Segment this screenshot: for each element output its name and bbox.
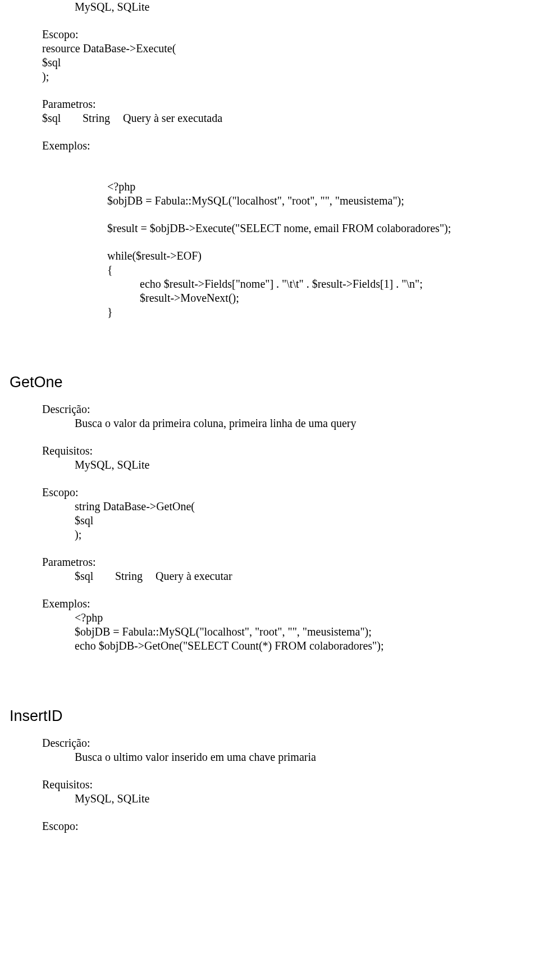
execute-param-row: $sql String Query à ser executada <box>42 111 497 125</box>
getone-descricao-label: Descrição: <box>42 402 497 416</box>
getone-escopo-line2: $sql <box>75 514 497 528</box>
getone-code-line: echo $objDB->GetOne("SELECT Count(*) FRO… <box>75 639 497 653</box>
execute-code-line: { <box>107 263 497 277</box>
execute-escopo-line1: resource DataBase->Execute( <box>42 42 497 56</box>
execute-requisitos-value: MySQL, SQLite <box>75 0 497 14</box>
execute-param-name: $sql <box>42 111 83 125</box>
getone-param-row: $sql String Query à executar <box>75 569 497 583</box>
execute-param-desc: Query à ser executada <box>123 111 497 125</box>
insertid-requisitos-value: MySQL, SQLite <box>75 792 497 806</box>
getone-code-line: <?php <box>75 611 497 625</box>
execute-escopo-label: Escopo: <box>42 28 497 42</box>
getone-param-desc: Query à executar <box>156 569 497 583</box>
getone-descricao-value: Busca o valor da primeira coluna, primei… <box>75 416 497 430</box>
insertid-descricao-value: Busca o ultimo valor inserido em uma cha… <box>75 750 497 764</box>
execute-code-line: $result->MoveNext(); <box>140 291 497 305</box>
section-heading-insertid: InsertID <box>10 707 497 726</box>
execute-code-line: while($result->EOF) <box>107 249 497 263</box>
execute-escopo-line2: $sql <box>42 56 497 70</box>
execute-param-type: String <box>83 111 123 125</box>
execute-code-line: $result = $objDB->Execute("SELECT nome, … <box>107 221 497 235</box>
getone-exemplos-label: Exemplos: <box>42 597 497 611</box>
execute-parametros-label: Parametros: <box>42 97 497 111</box>
execute-code-line: } <box>107 305 497 319</box>
execute-escopo-line3: ); <box>42 70 497 84</box>
insertid-descricao-label: Descrição: <box>42 736 497 750</box>
insertid-requisitos-label: Requisitos: <box>42 778 497 792</box>
getone-requisitos-value: MySQL, SQLite <box>75 458 497 472</box>
getone-code-line: $objDB = Fabula::MySQL("localhost", "roo… <box>75 625 497 639</box>
getone-escopo-label: Escopo: <box>42 486 497 500</box>
page: MySQL, SQLite Escopo: resource DataBase-… <box>0 0 539 856</box>
insertid-escopo-label: Escopo: <box>42 819 497 833</box>
getone-escopo-line1: string DataBase->GetOne( <box>75 500 497 514</box>
getone-parametros-label: Parametros: <box>42 555 497 569</box>
getone-escopo-line3: ); <box>75 528 497 542</box>
execute-exemplos-label: Exemplos: <box>42 139 497 153</box>
section-heading-getone: GetOne <box>10 373 497 392</box>
getone-param-name: $sql <box>75 569 115 583</box>
execute-code-line: echo $result->Fields["nome"] . "\t\t" . … <box>140 277 497 291</box>
execute-code-line: $objDB = Fabula::MySQL("localhost", "roo… <box>107 194 497 208</box>
execute-code-line: <?php <box>107 180 497 194</box>
getone-param-type: String <box>115 569 156 583</box>
getone-requisitos-label: Requisitos: <box>42 444 497 458</box>
